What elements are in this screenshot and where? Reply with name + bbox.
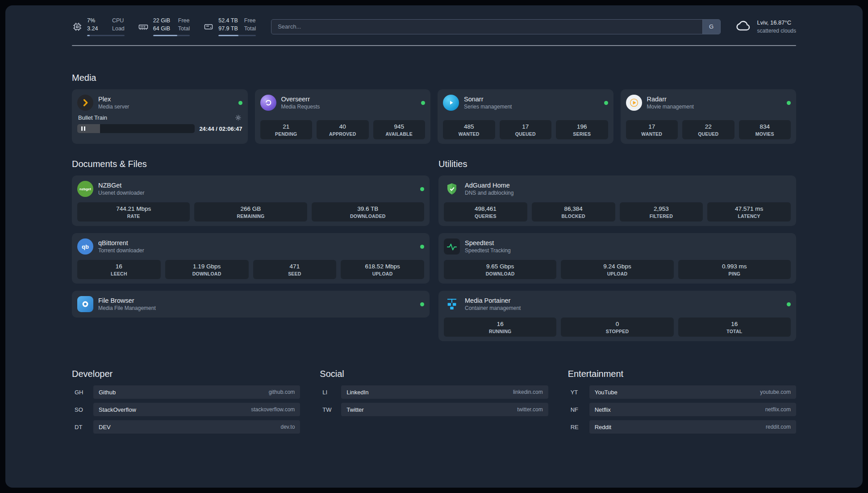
- cpu-progress-bar: [87, 35, 125, 36]
- now-playing-title: Bullet Train: [78, 114, 107, 121]
- stat-rate: 744.21 Mbps RATE: [77, 202, 190, 221]
- bookmark-name: Twitter: [346, 406, 363, 413]
- top-bar: 7% 3.24 CPU Load: [72, 5, 796, 36]
- search-bar: G: [271, 19, 720, 34]
- service-name: Speedtest: [465, 239, 511, 246]
- search-input[interactable]: [271, 20, 702, 34]
- service-card-portainer[interactable]: Media Portainer Container management 16 …: [438, 291, 796, 341]
- bookmark-linkedin[interactable]: LI LinkedIn linkedin.com: [320, 385, 548, 399]
- stat-latency: 47.571 ms LATENCY: [707, 202, 791, 221]
- cpu-widget: 7% 3.24 CPU Load: [72, 17, 125, 36]
- bookmark-domain: twitter.com: [517, 406, 542, 413]
- service-card-nzbget[interactable]: nzbget NZBGet Usenet downloader 744.21 M…: [72, 175, 430, 226]
- bookmark-reddit[interactable]: RE Reddit reddit.com: [568, 420, 796, 434]
- search-provider-button[interactable]: G: [702, 20, 720, 34]
- bookmark-name: Netflix: [595, 406, 611, 413]
- stat-queued: 22 QUEUED: [682, 120, 734, 139]
- status-dot: [421, 101, 425, 105]
- bookmark-domain: stackoverflow.com: [251, 406, 295, 413]
- service-card-qbittorrent[interactable]: qb qBittorrent Torrent downloader 16: [72, 233, 430, 284]
- disk-widget: 52.4 TB 97.9 TB Free Total: [203, 17, 256, 36]
- stat-total: 16 TOTAL: [678, 318, 791, 337]
- weather-condition: scattered clouds: [757, 27, 796, 35]
- bookmark-abbr: RE: [568, 424, 589, 430]
- status-dot: [420, 245, 424, 249]
- memory-total-value: 64 GiB: [153, 25, 172, 33]
- disk-total-label: Total: [244, 25, 256, 33]
- now-playing-widget: Bullet Train: [77, 114, 242, 133]
- bookmark-group-developer: Developer GH Github github.com SO StackO…: [72, 369, 300, 434]
- service-name: Plex: [98, 96, 129, 103]
- header-divider: [72, 45, 796, 46]
- service-card-speedtest[interactable]: Speedtest Speedtest Tracking 9.65 Gbps D…: [438, 233, 796, 284]
- cpu-usage-value: 7%: [87, 17, 106, 25]
- service-subtitle: Torrent downloader: [98, 247, 144, 254]
- service-name: File Browser: [98, 297, 156, 304]
- bookmark-netflix[interactable]: NF Netflix netflix.com: [568, 403, 796, 416]
- section-title-utilities: Utilities: [438, 159, 796, 169]
- bookmark-stackoverflow[interactable]: SO StackOverflow stackoverflow.com: [72, 403, 300, 416]
- status-dot: [420, 187, 424, 191]
- service-name: Radarr: [647, 96, 694, 103]
- service-card-overseerr[interactable]: Overseerr Media Requests 21 PENDING 40 A…: [255, 89, 431, 144]
- status-dot: [238, 101, 242, 105]
- section-title-documents: Documents & Files: [72, 159, 430, 169]
- bookmark-abbr: DT: [72, 424, 93, 430]
- nzbget-icon: nzbget: [77, 181, 93, 197]
- status-dot: [604, 101, 608, 105]
- bookmark-domain: linkedin.com: [513, 389, 543, 395]
- documents-column: Documents & Files nzbget NZBGet Usenet d…: [72, 159, 430, 318]
- service-card-adguard[interactable]: AdGuard Home DNS and adblocking 498,461 …: [438, 175, 796, 226]
- bookmark-abbr: TW: [320, 406, 341, 413]
- bookmark-twitter[interactable]: TW Twitter twitter.com: [320, 403, 548, 416]
- stat-wanted: 17 WANTED: [626, 120, 678, 139]
- stat-filtered: 2,953 FILTERED: [620, 202, 703, 221]
- bookmark-github[interactable]: GH Github github.com: [72, 385, 300, 399]
- sonarr-icon: [443, 95, 459, 111]
- service-name: Sonarr: [464, 96, 512, 103]
- memory-widget: 22 GiB 64 GiB Free Total: [138, 17, 190, 36]
- stat-download: 9.65 Gbps DOWNLOAD: [444, 260, 556, 279]
- disk-total-value: 97.9 TB: [218, 25, 238, 33]
- bookmark-abbr: LI: [320, 389, 341, 396]
- stat-available: 945 AVAILABLE: [373, 120, 426, 139]
- pause-icon[interactable]: [81, 126, 85, 131]
- service-card-filebrowser[interactable]: File Browser Media File Management: [72, 291, 430, 318]
- stat-ping: 0.993 ms PING: [678, 260, 791, 279]
- bookmark-abbr: NF: [568, 406, 589, 413]
- bookmark-abbr: YT: [568, 389, 589, 396]
- weather-location: Lviv, 16.87°C: [757, 18, 796, 27]
- stat-remaining: 266 GB REMAINING: [194, 202, 307, 221]
- service-subtitle: Container management: [465, 305, 521, 311]
- bookmark-abbr: SO: [72, 406, 93, 413]
- service-name: Overseerr: [281, 96, 320, 103]
- resource-widgets: 7% 3.24 CPU Load: [72, 17, 256, 36]
- bookmark-dev[interactable]: DT DEV dev.to: [72, 420, 300, 434]
- adguard-icon: [444, 181, 460, 197]
- bookmark-youtube[interactable]: YT YouTube youtube.com: [568, 385, 796, 399]
- stat-series: 196 SERIES: [556, 120, 608, 139]
- stat-queries: 498,461 QUERIES: [444, 202, 527, 221]
- disk-free-value: 52.4 TB: [218, 17, 238, 25]
- playback-progress-bar[interactable]: [77, 124, 195, 133]
- stat-queued: 17 QUEUED: [500, 120, 552, 139]
- service-card-plex[interactable]: Plex Media server Bullet Train: [72, 89, 248, 144]
- bookmark-name: StackOverflow: [99, 406, 136, 413]
- service-subtitle: Movie management: [647, 104, 694, 110]
- section-title-entertainment: Entertainment: [568, 369, 796, 379]
- memory-progress-bar: [153, 35, 190, 36]
- playback-time: 24:44 / 02:06:47: [199, 125, 242, 132]
- radarr-icon: [626, 95, 642, 111]
- service-card-radarr[interactable]: Radarr Movie management 17 WANTED 22 QUE…: [621, 89, 797, 144]
- gear-icon[interactable]: [235, 114, 242, 121]
- service-name: Media Portainer: [465, 297, 521, 304]
- portainer-icon: [444, 296, 460, 312]
- dashboard: 7% 3.24 CPU Load: [5, 5, 863, 488]
- status-dot: [787, 302, 791, 306]
- service-subtitle: Series management: [464, 104, 512, 110]
- service-card-sonarr[interactable]: Sonarr Series management 485 WANTED 17 Q…: [438, 89, 613, 144]
- service-subtitle: Media server: [98, 104, 129, 110]
- stat-seed: 471 SEED: [253, 260, 337, 279]
- disk-progress-bar: [218, 35, 256, 36]
- stat-upload: 9.24 Gbps UPLOAD: [561, 260, 673, 279]
